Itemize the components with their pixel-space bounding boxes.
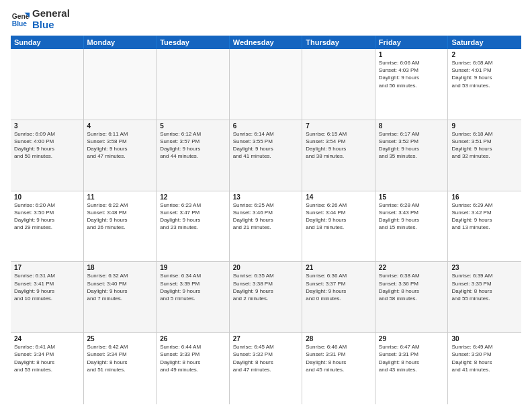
day-info-line: Sunset: 3:50 PM [14, 209, 80, 216]
day-info-line: Sunrise: 6:28 AM [379, 201, 445, 209]
day-number: 16 [451, 193, 518, 201]
header-day-monday: Monday [84, 36, 157, 49]
day-info-line: Sunset: 3:36 PM [379, 280, 445, 287]
day-number: 11 [87, 193, 153, 201]
day-info-line: Sunrise: 6:31 AM [14, 272, 80, 279]
day-number: 15 [379, 193, 445, 201]
day-info-line: Sunrise: 6:18 AM [451, 130, 518, 138]
day-number: 19 [160, 264, 226, 271]
calendar-header: SundayMondayTuesdayWednesdayThursdayFrid… [11, 36, 521, 49]
header-day-saturday: Saturday [448, 36, 521, 49]
day-number: 29 [379, 335, 445, 342]
day-info-line: and 53 minutes. [451, 82, 518, 89]
day-info-line: and 26 minutes. [87, 224, 153, 231]
calendar-day-13: 13Sunrise: 6:25 AMSunset: 3:46 PMDayligh… [230, 191, 303, 262]
day-info-line: Sunset: 3:40 PM [87, 280, 153, 287]
page: General Blue General Blue SundayMondayTu… [0, 0, 532, 411]
day-info-line: Sunrise: 6:38 AM [379, 272, 445, 279]
day-info-line: Sunset: 3:37 PM [306, 280, 371, 287]
day-info-line: Daylight: 9 hours [14, 216, 80, 224]
day-info-line: Daylight: 8 hours [14, 359, 80, 366]
day-info-line: Daylight: 9 hours [87, 287, 153, 295]
day-info-line: Sunrise: 6:26 AM [306, 201, 371, 209]
day-number: 26 [160, 335, 226, 342]
day-info-line: and 53 minutes. [14, 366, 80, 373]
calendar-week-3: 10Sunrise: 6:20 AMSunset: 3:50 PMDayligh… [11, 191, 521, 263]
day-number: 25 [87, 335, 153, 342]
day-info-line: and 32 minutes. [451, 152, 518, 160]
calendar-day-5: 5Sunrise: 6:12 AMSunset: 3:57 PMDaylight… [157, 120, 230, 191]
day-info-line: Daylight: 9 hours [451, 74, 518, 81]
calendar-day-1: 1Sunrise: 6:06 AMSunset: 4:03 PMDaylight… [375, 49, 449, 120]
calendar-day-empty [84, 49, 157, 120]
day-number: 8 [379, 122, 445, 130]
calendar-day-9: 9Sunrise: 6:18 AMSunset: 3:51 PMDaylight… [448, 120, 521, 191]
day-info-line: Sunset: 4:01 PM [451, 66, 518, 74]
calendar-day-empty [157, 49, 230, 120]
calendar-day-23: 23Sunrise: 6:39 AMSunset: 3:35 PMDayligh… [448, 262, 521, 332]
day-info-line: and 35 minutes. [379, 152, 445, 160]
calendar-day-28: 28Sunrise: 6:46 AMSunset: 3:31 PMDayligh… [302, 333, 375, 404]
day-info-line: Sunset: 3:43 PM [379, 209, 445, 216]
day-info-line: and 51 minutes. [87, 366, 153, 373]
day-info-line: Sunrise: 6:15 AM [306, 130, 371, 138]
day-info-line: Sunrise: 6:09 AM [14, 130, 80, 138]
day-info-line: and 29 minutes. [14, 224, 80, 231]
day-info-line: Sunset: 3:55 PM [233, 138, 299, 145]
day-info-line: Sunset: 3:31 PM [306, 351, 371, 358]
day-number: 10 [14, 193, 80, 201]
day-number: 1 [379, 51, 445, 58]
calendar-day-8: 8Sunrise: 6:17 AMSunset: 3:52 PMDaylight… [375, 120, 449, 191]
day-info-line: Sunrise: 6:42 AM [87, 343, 153, 351]
day-info-line: Sunset: 3:46 PM [233, 209, 299, 216]
logo-text-blue: Blue [32, 19, 70, 31]
day-info-line: Sunset: 3:52 PM [379, 138, 445, 145]
day-info-line: Daylight: 9 hours [14, 287, 80, 295]
day-info-line: Sunrise: 6:49 AM [451, 343, 518, 351]
day-info-line: and 44 minutes. [160, 152, 226, 160]
day-info-line: Daylight: 9 hours [87, 145, 153, 152]
day-info-line: Sunset: 3:57 PM [160, 138, 226, 145]
header-day-thursday: Thursday [302, 36, 375, 49]
svg-text:Blue: Blue [12, 20, 28, 28]
day-number: 2 [451, 51, 518, 58]
day-info-line: Sunset: 3:51 PM [451, 138, 518, 145]
day-info-line: and 2 minutes. [233, 295, 299, 302]
day-info-line: Daylight: 9 hours [306, 287, 371, 295]
day-info-line: Daylight: 9 hours [233, 287, 299, 295]
calendar-week-1: 1Sunrise: 6:06 AMSunset: 4:03 PMDaylight… [11, 49, 521, 120]
day-info-line: Daylight: 9 hours [87, 216, 153, 224]
day-info-line: Sunset: 4:03 PM [379, 66, 445, 74]
day-info-line: and 15 minutes. [379, 224, 445, 231]
calendar-day-22: 22Sunrise: 6:38 AMSunset: 3:36 PMDayligh… [375, 262, 449, 332]
day-number: 6 [233, 122, 299, 130]
calendar-day-30: 30Sunrise: 6:49 AMSunset: 3:30 PMDayligh… [448, 333, 521, 404]
day-info-line: and 18 minutes. [306, 224, 371, 231]
day-info-line: and 0 minutes. [306, 295, 371, 302]
day-info-line: Sunset: 3:38 PM [233, 280, 299, 287]
day-info-line: Sunset: 3:32 PM [233, 351, 299, 358]
day-info-line: and 10 minutes. [14, 295, 80, 302]
day-info-line: Sunset: 3:44 PM [306, 209, 371, 216]
day-info-line: Daylight: 9 hours [379, 216, 445, 224]
calendar-day-25: 25Sunrise: 6:42 AMSunset: 3:34 PMDayligh… [84, 333, 157, 404]
calendar-day-15: 15Sunrise: 6:28 AMSunset: 3:43 PMDayligh… [375, 191, 449, 262]
day-info-line: Sunrise: 6:06 AM [379, 59, 445, 66]
calendar-week-2: 3Sunrise: 6:09 AMSunset: 4:00 PMDaylight… [11, 120, 521, 191]
calendar-day-14: 14Sunrise: 6:26 AMSunset: 3:44 PMDayligh… [302, 191, 375, 262]
day-info-line: Daylight: 8 hours [306, 359, 371, 366]
day-number: 23 [451, 264, 518, 271]
day-info-line: Sunrise: 6:44 AM [160, 343, 226, 351]
calendar-day-18: 18Sunrise: 6:32 AMSunset: 3:40 PMDayligh… [84, 262, 157, 332]
calendar-day-3: 3Sunrise: 6:09 AMSunset: 4:00 PMDaylight… [11, 120, 84, 191]
day-info-line: Sunset: 3:34 PM [14, 351, 80, 358]
day-info-line: Daylight: 9 hours [160, 145, 226, 152]
day-info-line: and 49 minutes. [160, 366, 226, 373]
day-info-line: Daylight: 9 hours [160, 216, 226, 224]
day-number: 30 [451, 335, 518, 342]
day-info-line: and 41 minutes. [233, 152, 299, 160]
day-info-line: Sunrise: 6:25 AM [233, 201, 299, 209]
day-info-line: Sunset: 3:47 PM [160, 209, 226, 216]
day-info-line: and 23 minutes. [160, 224, 226, 231]
day-info-line: Sunrise: 6:11 AM [87, 130, 153, 138]
